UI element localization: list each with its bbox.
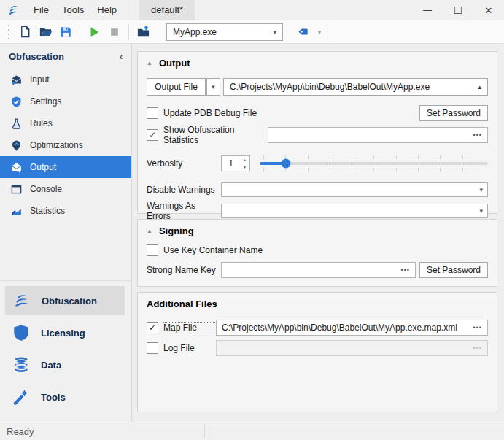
log-file-checkbox[interactable] (147, 342, 158, 354)
chevron-down-icon: ▾ (318, 28, 322, 36)
slider-ticks (263, 155, 484, 159)
sidebar-item-label: Optimizations (30, 140, 83, 150)
play-icon (88, 26, 101, 39)
menu-file[interactable]: File (27, 0, 55, 20)
collapse-group-icon[interactable]: ▲ (147, 228, 152, 234)
output-path-combobox[interactable]: C:\Projects\MyApp\bin\Debug\BabelOut\MyA… (223, 78, 488, 96)
map-file-checkbox[interactable]: ✓ (147, 322, 158, 333)
browse-ellipsis-icon: ••• (473, 344, 482, 352)
sidebar-item-label: Input (30, 74, 50, 85)
strong-name-key-label: Strong Name Key (147, 265, 221, 275)
sidebar: Obfuscation ‹ Input Settings (0, 44, 132, 422)
new-project-button[interactable] (15, 23, 35, 42)
chevron-up-icon: ▴ (478, 83, 481, 90)
signing-group: ▲ Signing Use Key Container Name Strong … (137, 219, 497, 287)
browse-ellipsis-icon[interactable]: ••• (473, 131, 482, 139)
assembly-combobox[interactable]: MyApp.exe ▾ (166, 23, 283, 41)
browse-ellipsis-icon[interactable]: ••• (473, 324, 482, 331)
sidebar-item-output[interactable]: Output (0, 156, 131, 178)
section-data[interactable]: Data (5, 350, 125, 379)
sidebar-item-label: Output (30, 162, 56, 172)
update-pdb-label[interactable]: Update PDB Debug File (163, 108, 257, 118)
section-licensing[interactable]: Licensing (5, 318, 125, 347)
document-tab[interactable]: default* (139, 0, 195, 20)
new-file-icon (18, 25, 32, 39)
slider-ticks (263, 168, 484, 171)
use-key-container-label[interactable]: Use Key Container Name (163, 245, 263, 255)
toolbar-separator (330, 24, 330, 40)
open-project-button[interactable] (35, 23, 55, 42)
verbosity-spinner[interactable]: 1 ▲ ▼ (221, 155, 250, 171)
tag-button[interactable] (292, 23, 313, 42)
export-folder-icon (136, 25, 150, 39)
sidebar-item-console[interactable]: Console (0, 178, 131, 200)
map-file-field[interactable]: C:\Projects\MyApp\bin\Debug\BabelOut\MyA… (216, 320, 488, 336)
close-button[interactable]: ✕ (473, 0, 504, 20)
minimize-icon: — (423, 5, 432, 15)
input-envelope-icon (10, 74, 23, 86)
output-envelope-icon (10, 161, 23, 174)
section-obfuscation[interactable]: Obfuscation (5, 286, 125, 315)
collapse-group-icon[interactable]: ▲ (147, 60, 152, 66)
toolbar-grip[interactable] (6, 25, 12, 39)
statusbar-separator (204, 425, 205, 438)
save-project-button[interactable] (55, 23, 76, 42)
sidebar-item-optimizations[interactable]: Optimizations (0, 134, 131, 156)
signing-group-title: Signing (159, 225, 194, 236)
map-file-label[interactable]: Map File (163, 323, 216, 333)
toolbar-separator (128, 24, 129, 40)
data-database-icon (12, 355, 31, 374)
maximize-button[interactable]: ☐ (443, 0, 473, 20)
load-assembly-button[interactable] (133, 23, 153, 42)
output-path-value: C:\Projects\MyApp\bin\Debug\BabelOut\MyA… (230, 82, 430, 92)
obfuscation-swirl-icon (12, 291, 31, 311)
set-password-button[interactable]: Set Password (419, 262, 488, 278)
collapse-panel-icon[interactable]: ‹ (120, 52, 123, 62)
licensing-shield-icon (12, 323, 31, 342)
set-password-label: Set Password (427, 265, 481, 275)
sidebar-item-label: Settings (30, 96, 61, 107)
spin-up-icon[interactable]: ▲ (240, 156, 249, 163)
minimize-button[interactable]: — (412, 0, 443, 20)
slider-track (260, 162, 488, 165)
tag-dropdown-button[interactable]: ▾ (313, 28, 326, 36)
output-file-button-label[interactable]: Output File (147, 78, 206, 96)
show-statistics-checkbox[interactable]: ✓ (147, 129, 158, 141)
checkmark: ✓ (149, 323, 156, 332)
sidebar-item-label: Statistics (30, 206, 65, 216)
verbosity-label: Verbosity (147, 158, 221, 169)
run-button[interactable] (84, 23, 104, 42)
stop-button[interactable] (104, 23, 125, 42)
sidebar-item-settings[interactable]: Settings (0, 90, 131, 112)
verbosity-slider[interactable] (260, 155, 488, 171)
show-statistics-label[interactable]: Show Obfuscation Statistics (163, 125, 268, 145)
shield-check-icon (10, 96, 23, 108)
chevron-down-icon: ▾ (273, 28, 276, 36)
strong-name-key-field[interactable]: ••• (221, 262, 416, 278)
spin-down-icon[interactable]: ▼ (240, 163, 249, 171)
menu-help[interactable]: Help (90, 0, 123, 20)
use-key-container-checkbox[interactable] (147, 244, 158, 256)
menu-tools[interactable]: Tools (55, 0, 90, 20)
map-file-value: C:\Projects\MyApp\bin\Debug\BabelOut\MyA… (222, 323, 457, 333)
statistics-chart-icon (10, 205, 23, 217)
set-password-button[interactable]: Set Password (419, 105, 488, 121)
output-file-split-button[interactable]: Output File ▾ (147, 78, 220, 96)
sidebar-item-rules[interactable]: Rules (0, 112, 131, 134)
output-file-dropdown[interactable]: ▾ (206, 78, 220, 96)
section-tools[interactable]: Tools (5, 382, 125, 412)
toolbar: MyApp.exe ▾ ▾ (0, 20, 504, 44)
browse-ellipsis-icon[interactable]: ••• (401, 266, 410, 274)
output-group-title: Output (159, 58, 190, 69)
tools-wand-icon (12, 387, 31, 406)
sidebar-item-input[interactable]: Input (0, 69, 131, 90)
sidebar-item-statistics[interactable]: Statistics (0, 200, 131, 222)
app-logo-icon (7, 3, 21, 18)
slider-handle[interactable] (281, 159, 290, 169)
disable-warnings-combobox[interactable]: ▾ (221, 182, 488, 197)
update-pdb-checkbox[interactable] (147, 107, 158, 119)
statistics-file-field[interactable]: ••• (268, 127, 488, 143)
chevron-down-icon: ▾ (479, 207, 483, 215)
warnings-as-errors-combobox[interactable]: ▾ (221, 204, 488, 218)
log-file-label[interactable]: Log File (163, 343, 216, 353)
